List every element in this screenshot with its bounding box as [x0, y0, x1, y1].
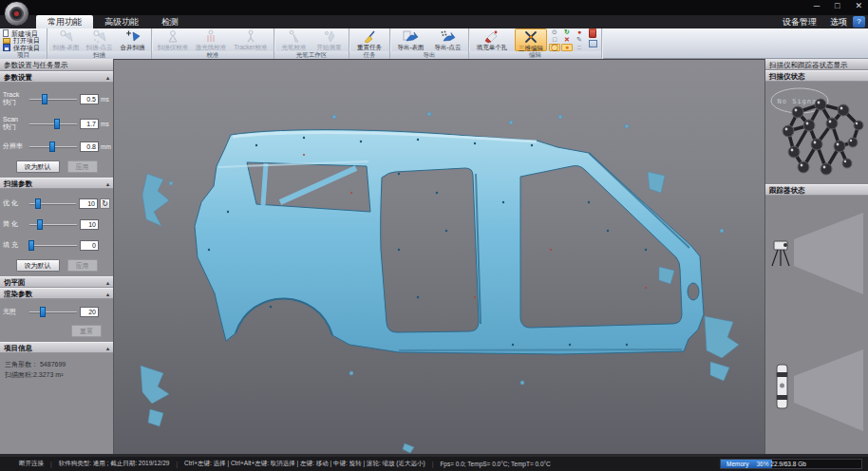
section-header-project-info[interactable]: 项目信息 ▴	[0, 342, 113, 353]
track-shutter-slider[interactable]	[29, 92, 77, 105]
merge-scan-button[interactable]: 合并扫描	[116, 28, 149, 51]
group-label: 扫描	[47, 51, 151, 59]
collapse-icon: ▴	[106, 343, 109, 352]
simplify-value[interactable]: 10	[80, 219, 99, 230]
app-logo-icon[interactable]	[4, 1, 29, 27]
record-icon[interactable]: ●	[574, 28, 585, 36]
3d-edit-button[interactable]: 三维编辑	[515, 28, 547, 51]
broom-icon	[362, 29, 377, 44]
close-button[interactable]: ✕	[855, 1, 862, 10]
menu-device-management[interactable]: 设备管理	[783, 16, 817, 28]
tab-common-functions[interactable]: 常用功能	[36, 15, 93, 28]
start-measure-button[interactable]: 开始测量	[311, 28, 347, 51]
resolution-value[interactable]: 0.8	[80, 141, 99, 152]
optimize-value[interactable]: 10	[79, 198, 98, 209]
ribbon-tab-row: 常用功能 高级功能 检测 设备管理 选项 ?	[0, 15, 868, 28]
scan-shutter-value[interactable]: 1.7	[80, 119, 99, 129]
save-project-button[interactable]: 保存项目	[3, 44, 44, 51]
export-pointcloud-button[interactable]: 导出-点云	[429, 28, 466, 51]
group-label: 编辑	[469, 51, 601, 59]
more-tools-icon[interactable]: ::	[574, 44, 585, 51]
ribbon-group-task: 重置任务 任务	[349, 28, 390, 59]
table-tool-icon[interactable]	[589, 40, 597, 47]
status-bar: 断开连接 | 软件狗类型: 通用 ; 截止日期: 2019/12/29 | Ct…	[0, 457, 868, 471]
ribbon-toolbar: 新建项目 打开项目 保存项目 项目 扫描-表面 扫描-点	[0, 28, 868, 59]
ribbon-group-export: 导出-表面 导出-点云 导出	[390, 28, 469, 59]
collapse-icon: ▴	[106, 72, 109, 82]
ribbon-group-pen-workspace: 光笔校准 开始测量 光笔工作区	[274, 28, 349, 59]
measure-pen-icon	[322, 29, 337, 44]
apply-button[interactable]: 应用	[67, 160, 98, 173]
triangle-count: 三角形数： 5487699	[5, 359, 108, 369]
rect-select-icon[interactable]: □	[549, 36, 560, 44]
fill-value[interactable]: 0	[80, 240, 99, 251]
lasso-select-icon[interactable]: ◯	[549, 44, 560, 51]
resolution-slider[interactable]	[29, 140, 77, 153]
ribbon-group-calibration: 扫描仪校准 激光线校准 Tracker校准 校准	[152, 28, 274, 59]
ribbon-group-project: 新建项目 打开项目 保存项目 项目	[0, 28, 47, 59]
reset-button[interactable]: 重置	[71, 325, 102, 337]
refresh-icon[interactable]: ↻	[100, 198, 110, 209]
pen-calibration-button[interactable]: 光笔校准	[276, 28, 311, 51]
lighting-value[interactable]: 20	[80, 307, 99, 317]
section-scan-parameters: 优 化 10 ↻ 简 化 10 填 充 0 设为默认 应用	[0, 189, 113, 276]
new-project-button[interactable]: 新建项目	[3, 29, 44, 37]
section-parameter-settings: Track快门 0.5 ms Scan快门 1.7 ms 分辨率 0.8 mm …	[0, 83, 113, 178]
ribbon-group-scan: 扫描-表面 扫描-点云 合并扫描 扫描	[47, 28, 152, 59]
right-panel-title: 扫描仪和跟踪器状态显示	[765, 59, 868, 70]
edit-pencil-icon[interactable]: ✎	[574, 36, 585, 44]
section-header-tracker-status[interactable]: 跟踪器状态	[765, 184, 868, 196]
fill-single-hole-button[interactable]: 填充单个孔	[471, 28, 513, 51]
scanner-calibration-button[interactable]: 扫描仪校准	[154, 28, 192, 51]
section-header-scanner-status[interactable]: 扫描仪状态	[765, 70, 868, 82]
scanner-status-view: No Signal	[765, 82, 868, 184]
delete-trash-icon[interactable]	[589, 29, 596, 38]
simplify-slider[interactable]	[29, 217, 77, 231]
menu-options[interactable]: 选项	[830, 16, 847, 28]
delete-selection-icon[interactable]: ✕	[561, 36, 573, 44]
floppy-icon	[3, 44, 10, 51]
scan-surface-button[interactable]: 扫描-表面	[49, 28, 83, 51]
apply-button[interactable]: 应用	[67, 259, 98, 272]
section-render-parameters: 光照 20 重置	[0, 299, 113, 342]
section-header-render-parameters[interactable]: 渲染参数 ▴	[0, 288, 113, 299]
tracker-status-view	[765, 196, 868, 454]
lighting-slider[interactable]	[29, 305, 77, 318]
calibration-plate-icon	[165, 29, 180, 44]
view-tool-icon[interactable]: ⊙	[549, 28, 560, 36]
edit-tool-grid: ⊙ ↻ ● □ ✕ ✎ ◯ ● ::	[549, 28, 585, 51]
project-info: 三角形数： 5487699 扫描面积:2.3273 m²	[0, 353, 113, 386]
optimize-slider[interactable]	[29, 197, 76, 210]
reset-view-icon[interactable]: ↻	[561, 28, 573, 36]
section-header-clipping-plane[interactable]: 切平面 ▴	[0, 276, 113, 288]
export-surface-button[interactable]: 导出-表面	[392, 28, 429, 51]
maximize-button[interactable]: □	[835, 1, 840, 10]
reset-task-button[interactable]: 重置任务	[351, 28, 387, 51]
laser-line-calibration-button[interactable]: 激光线校准	[192, 28, 230, 51]
help-icon[interactable]: ?	[853, 16, 865, 28]
fill-slider[interactable]	[29, 238, 77, 252]
scan-pointcloud-button[interactable]: 扫描-点云	[83, 28, 116, 51]
track-shutter-value[interactable]: 0.5	[80, 94, 99, 104]
car-body-scan	[114, 60, 764, 455]
collapse-icon: ▴	[106, 289, 109, 298]
ribbon-group-edit: 填充单个孔 三维编辑 ⊙ ↻ ● □ ✕ ✎ ◯ ● ::	[469, 28, 602, 59]
connection-status[interactable]: 断开连接	[19, 460, 44, 468]
minimize-button[interactable]: ─	[814, 1, 820, 10]
set-default-button[interactable]: 设为默认	[16, 160, 60, 173]
tab-inspection[interactable]: 检测	[150, 15, 190, 28]
section-header-parameter-settings[interactable]: 参数设置 ▴	[0, 71, 113, 83]
tab-advanced-functions[interactable]: 高级功能	[93, 15, 150, 28]
tracker-fov-1	[794, 213, 863, 294]
tracker-calibration-button[interactable]: Tracker校准	[230, 28, 272, 51]
section-header-scan-parameters[interactable]: 扫描参数 ▴	[0, 178, 113, 189]
folder-icon	[3, 38, 10, 44]
merge-icon	[125, 29, 141, 44]
set-default-button[interactable]: 设为默认	[16, 259, 60, 272]
scan-shutter-slider[interactable]	[29, 117, 77, 130]
tracker-camera-side-icon	[772, 241, 789, 266]
3d-viewport[interactable]	[114, 59, 764, 454]
open-project-button[interactable]: 打开项目	[3, 37, 44, 44]
brush-select-icon[interactable]: ●	[561, 44, 573, 51]
logo-lens-icon	[9, 7, 24, 21]
